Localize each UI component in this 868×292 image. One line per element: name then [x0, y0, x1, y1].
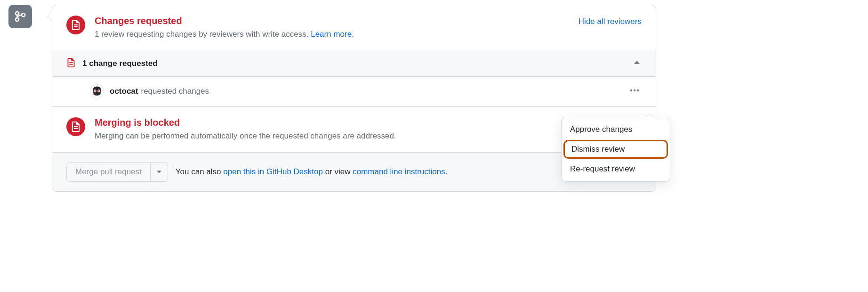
- avatar[interactable]: [90, 84, 104, 98]
- file-diff-icon: [71, 122, 81, 132]
- chevron-up-icon: [632, 58, 642, 70]
- svg-point-8: [630, 89, 632, 91]
- open-in-desktop-link[interactable]: open this in GitHub Desktop: [223, 167, 323, 176]
- panel-arrow: [47, 12, 52, 21]
- changes-requested-section: Changes requested Hide all reviewers 1 r…: [52, 5, 656, 51]
- reviewer-action: requested changes: [141, 87, 209, 96]
- svg-point-9: [634, 89, 635, 91]
- merge-help-text: You can also open this in GitHub Desktop…: [176, 167, 448, 177]
- review-actions-dropdown: Approve changes Dismiss review Re-reques…: [561, 117, 670, 182]
- merge-options-dropdown-button[interactable]: [151, 162, 168, 182]
- timeline-branch-badge: [8, 5, 32, 28]
- re-request-review-item[interactable]: Re-request review: [562, 160, 670, 178]
- file-diff-icon: [66, 58, 76, 70]
- octocat-avatar-icon: [90, 85, 104, 98]
- merge-pull-request-button[interactable]: Merge pull request: [66, 162, 151, 182]
- merge-button-group: Merge pull request: [66, 162, 168, 182]
- merging-blocked-badge: [66, 117, 85, 136]
- svg-point-7: [98, 90, 99, 91]
- file-diff-icon: [71, 20, 81, 30]
- reviewer-row: octocat requested changes: [52, 76, 656, 106]
- kebab-icon: [629, 85, 640, 96]
- svg-point-2: [22, 13, 25, 16]
- review-summary-header[interactable]: 1 change requested: [52, 51, 656, 76]
- dismiss-review-item[interactable]: Dismiss review: [563, 140, 668, 159]
- svg-point-1: [16, 18, 19, 21]
- changes-requested-badge: [66, 16, 85, 34]
- git-branch-icon: [14, 10, 26, 23]
- merging-blocked-title: Merging is blocked: [95, 117, 642, 128]
- svg-point-0: [16, 12, 19, 15]
- changes-requested-subtext-text: 1 review requesting changes by reviewers…: [95, 30, 311, 39]
- changes-requested-subtext: 1 review requesting changes by reviewers…: [95, 28, 642, 41]
- approve-changes-item[interactable]: Approve changes: [562, 120, 670, 139]
- command-line-instructions-link[interactable]: command line instructions: [353, 167, 445, 176]
- review-actions-kebab[interactable]: [627, 83, 642, 100]
- svg-point-6: [95, 90, 96, 91]
- dropdown-caret: [645, 114, 653, 117]
- changes-requested-title: Changes requested: [95, 16, 182, 26]
- triangle-down-icon: [156, 169, 162, 175]
- reviewer-name[interactable]: octocat: [110, 87, 138, 96]
- learn-more-link[interactable]: Learn more.: [311, 30, 354, 39]
- merging-blocked-subtext: Merging can be performed automatically o…: [95, 130, 642, 142]
- review-summary-label: 1 change requested: [82, 59, 158, 68]
- svg-point-10: [637, 89, 639, 91]
- hide-all-reviewers-link[interactable]: Hide all reviewers: [579, 17, 642, 26]
